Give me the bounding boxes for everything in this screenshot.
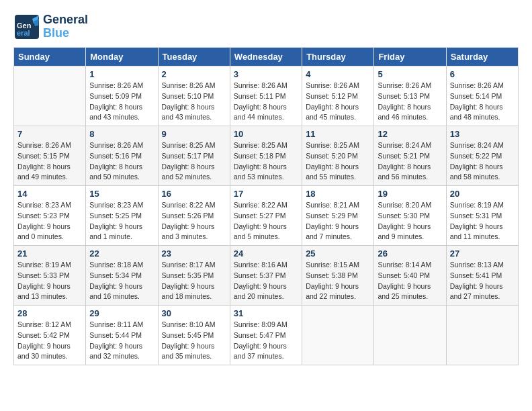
day-info: Sunrise: 8:21 AM Sunset: 5:29 PM Dayligh…: [306, 200, 370, 242]
day-number: 22: [89, 248, 154, 259]
day-info: Sunrise: 8:22 AM Sunset: 5:27 PM Dayligh…: [234, 200, 298, 242]
day-number: 28: [17, 308, 82, 318]
calendar-header: SundayMondayTuesdayWednesdayThursdayFrid…: [14, 48, 519, 66]
day-info: Sunrise: 8:26 AM Sunset: 5:16 PM Dayligh…: [89, 140, 154, 183]
calendar-header-sunday: Sunday: [14, 48, 86, 66]
day-info: Sunrise: 8:26 AM Sunset: 5:14 PM Dayligh…: [450, 81, 515, 123]
day-number: 10: [234, 129, 298, 139]
page-header: Gen eral General Blue: [13, 13, 519, 40]
calendar-week-4: 21Sunrise: 8:19 AM Sunset: 5:33 PM Dayli…: [14, 246, 519, 306]
day-info: Sunrise: 8:14 AM Sunset: 5:40 PM Dayligh…: [378, 260, 442, 302]
calendar-cell: 7Sunrise: 8:26 AM Sunset: 5:15 PM Daylig…: [14, 126, 86, 186]
day-info: Sunrise: 8:25 AM Sunset: 5:18 PM Dayligh…: [234, 140, 298, 183]
calendar-cell: 2Sunrise: 8:26 AM Sunset: 5:10 PM Daylig…: [158, 66, 230, 126]
calendar-cell: 27Sunrise: 8:13 AM Sunset: 5:41 PM Dayli…: [446, 246, 518, 306]
day-info: Sunrise: 8:17 AM Sunset: 5:35 PM Dayligh…: [162, 260, 226, 302]
calendar-cell: 22Sunrise: 8:18 AM Sunset: 5:34 PM Dayli…: [86, 246, 158, 306]
day-number: 14: [17, 189, 82, 199]
day-number: 25: [306, 248, 370, 259]
day-info: Sunrise: 8:19 AM Sunset: 5:33 PM Dayligh…: [17, 260, 82, 302]
calendar-week-1: 1Sunrise: 8:26 AM Sunset: 5:09 PM Daylig…: [14, 66, 519, 126]
day-info: Sunrise: 8:15 AM Sunset: 5:38 PM Dayligh…: [306, 260, 370, 302]
day-number: 24: [234, 248, 298, 259]
calendar-cell: 5Sunrise: 8:26 AM Sunset: 5:13 PM Daylig…: [374, 66, 446, 126]
calendar-cell: [14, 66, 86, 126]
logo-icon: Gen eral: [13, 13, 40, 40]
calendar-cell: 6Sunrise: 8:26 AM Sunset: 5:14 PM Daylig…: [446, 66, 518, 126]
day-number: 12: [378, 129, 442, 139]
day-number: 4: [306, 69, 370, 79]
calendar-cell: [374, 306, 446, 365]
calendar-header-thursday: Thursday: [302, 48, 374, 66]
calendar-cell: 14Sunrise: 8:23 AM Sunset: 5:23 PM Dayli…: [14, 186, 86, 246]
calendar-cell: 25Sunrise: 8:15 AM Sunset: 5:38 PM Dayli…: [302, 246, 374, 306]
calendar-cell: [302, 306, 374, 365]
day-info: Sunrise: 8:13 AM Sunset: 5:41 PM Dayligh…: [450, 260, 515, 302]
day-info: Sunrise: 8:20 AM Sunset: 5:30 PM Dayligh…: [378, 200, 442, 242]
calendar-header-friday: Friday: [374, 48, 446, 66]
calendar-cell: 11Sunrise: 8:25 AM Sunset: 5:20 PM Dayli…: [302, 126, 374, 186]
calendar-cell: 8Sunrise: 8:26 AM Sunset: 5:16 PM Daylig…: [86, 126, 158, 186]
day-number: 13: [450, 129, 515, 139]
day-info: Sunrise: 8:11 AM Sunset: 5:44 PM Dayligh…: [89, 320, 154, 362]
day-info: Sunrise: 8:25 AM Sunset: 5:20 PM Dayligh…: [306, 140, 370, 183]
day-number: 16: [162, 189, 226, 199]
day-number: 2: [162, 69, 226, 79]
day-info: Sunrise: 8:16 AM Sunset: 5:37 PM Dayligh…: [234, 260, 298, 302]
day-info: Sunrise: 8:10 AM Sunset: 5:45 PM Dayligh…: [162, 320, 226, 362]
day-info: Sunrise: 8:24 AM Sunset: 5:21 PM Dayligh…: [378, 140, 442, 183]
day-info: Sunrise: 8:26 AM Sunset: 5:09 PM Dayligh…: [89, 81, 154, 123]
calendar-table: SundayMondayTuesdayWednesdayThursdayFrid…: [13, 47, 519, 365]
calendar-cell: 1Sunrise: 8:26 AM Sunset: 5:09 PM Daylig…: [86, 66, 158, 126]
day-info: Sunrise: 8:25 AM Sunset: 5:17 PM Dayligh…: [162, 140, 226, 183]
calendar-cell: 24Sunrise: 8:16 AM Sunset: 5:37 PM Dayli…: [230, 246, 302, 306]
calendar-cell: 13Sunrise: 8:24 AM Sunset: 5:22 PM Dayli…: [446, 126, 518, 186]
day-info: Sunrise: 8:26 AM Sunset: 5:13 PM Dayligh…: [378, 81, 442, 123]
calendar-cell: 4Sunrise: 8:26 AM Sunset: 5:12 PM Daylig…: [302, 66, 374, 126]
calendar-cell: 31Sunrise: 8:09 AM Sunset: 5:47 PM Dayli…: [230, 306, 302, 365]
calendar-cell: 26Sunrise: 8:14 AM Sunset: 5:40 PM Dayli…: [374, 246, 446, 306]
day-number: 6: [450, 69, 515, 79]
day-number: 20: [450, 189, 515, 199]
calendar-cell: 10Sunrise: 8:25 AM Sunset: 5:18 PM Dayli…: [230, 126, 302, 186]
calendar-cell: 20Sunrise: 8:19 AM Sunset: 5:31 PM Dayli…: [446, 186, 518, 246]
day-info: Sunrise: 8:26 AM Sunset: 5:15 PM Dayligh…: [17, 140, 82, 183]
day-number: 21: [17, 248, 82, 259]
calendar-cell: 17Sunrise: 8:22 AM Sunset: 5:27 PM Dayli…: [230, 186, 302, 246]
day-info: Sunrise: 8:26 AM Sunset: 5:10 PM Dayligh…: [162, 81, 226, 123]
day-number: 8: [89, 129, 154, 139]
svg-text:eral: eral: [17, 29, 30, 37]
day-info: Sunrise: 8:23 AM Sunset: 5:23 PM Dayligh…: [17, 200, 82, 242]
day-info: Sunrise: 8:26 AM Sunset: 5:11 PM Dayligh…: [234, 81, 298, 123]
calendar-cell: 9Sunrise: 8:25 AM Sunset: 5:17 PM Daylig…: [158, 126, 230, 186]
calendar-header-wednesday: Wednesday: [230, 48, 302, 66]
day-number: 7: [17, 129, 82, 139]
calendar-cell: 21Sunrise: 8:19 AM Sunset: 5:33 PM Dayli…: [14, 246, 86, 306]
calendar-cell: 3Sunrise: 8:26 AM Sunset: 5:11 PM Daylig…: [230, 66, 302, 126]
calendar-cell: 28Sunrise: 8:12 AM Sunset: 5:42 PM Dayli…: [14, 306, 86, 365]
day-number: 30: [162, 308, 226, 318]
day-number: 27: [450, 248, 515, 259]
calendar-cell: 15Sunrise: 8:23 AM Sunset: 5:25 PM Dayli…: [86, 186, 158, 246]
day-number: 19: [378, 189, 442, 199]
day-number: 26: [378, 248, 442, 259]
day-number: 31: [234, 308, 298, 318]
day-number: 18: [306, 189, 370, 199]
calendar-cell: [446, 306, 518, 365]
calendar-cell: 29Sunrise: 8:11 AM Sunset: 5:44 PM Dayli…: [86, 306, 158, 365]
calendar-cell: 30Sunrise: 8:10 AM Sunset: 5:45 PM Dayli…: [158, 306, 230, 365]
logo: Gen eral General Blue: [13, 13, 88, 40]
day-info: Sunrise: 8:12 AM Sunset: 5:42 PM Dayligh…: [17, 320, 82, 362]
day-number: 5: [378, 69, 442, 79]
day-number: 17: [234, 189, 298, 199]
day-info: Sunrise: 8:23 AM Sunset: 5:25 PM Dayligh…: [89, 200, 154, 242]
day-info: Sunrise: 8:18 AM Sunset: 5:34 PM Dayligh…: [89, 260, 154, 302]
calendar-header-monday: Monday: [86, 48, 158, 66]
day-info: Sunrise: 8:22 AM Sunset: 5:26 PM Dayligh…: [162, 200, 226, 242]
calendar-cell: 18Sunrise: 8:21 AM Sunset: 5:29 PM Dayli…: [302, 186, 374, 246]
calendar-cell: 23Sunrise: 8:17 AM Sunset: 5:35 PM Dayli…: [158, 246, 230, 306]
day-number: 1: [89, 69, 154, 79]
day-number: 29: [89, 308, 154, 318]
calendar-cell: 19Sunrise: 8:20 AM Sunset: 5:30 PM Dayli…: [374, 186, 446, 246]
day-info: Sunrise: 8:24 AM Sunset: 5:22 PM Dayligh…: [450, 140, 515, 183]
